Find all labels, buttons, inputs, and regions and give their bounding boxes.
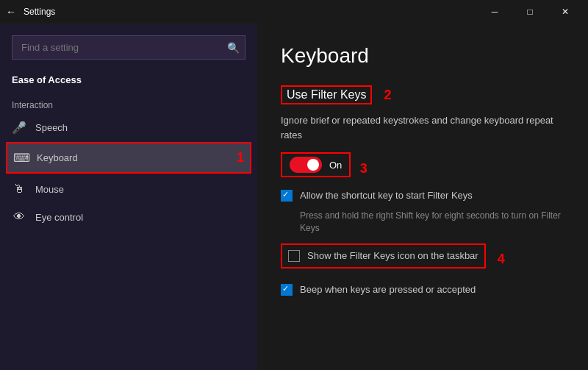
title-bar-title: Settings <box>24 7 478 17</box>
mouse-icon: 🖱 <box>12 182 26 196</box>
toggle-outline-box: On <box>281 152 351 177</box>
eye-control-icon: 👁 <box>12 210 26 224</box>
filter-keys-description: Ignore brief or repeated keystrokes and … <box>281 113 564 142</box>
search-wrapper: 🔍 <box>12 35 245 60</box>
shortcut-label: Allow the shortcut key to start Filter K… <box>300 189 473 202</box>
minimize-button[interactable]: ─ <box>478 0 512 24</box>
shortcut-checkbox[interactable] <box>281 190 293 202</box>
sidebar-item-mouse[interactable]: 🖱 Mouse <box>0 175 257 203</box>
window-controls: ─ □ ✕ <box>478 0 582 24</box>
page-title: Keyboard <box>281 44 564 68</box>
content-area: Keyboard Use Filter Keys 2 Ignore brief … <box>257 24 588 370</box>
sidebar-search: 🔍 <box>12 35 245 60</box>
sidebar-item-speech[interactable]: 🎤 Speech <box>0 113 257 142</box>
keyboard-badge: 1 <box>237 150 250 166</box>
speech-icon: 🎤 <box>12 121 26 135</box>
sidebar-item-label-speech: Speech <box>35 122 68 133</box>
shortcut-description: Press and hold the right Shift key for e… <box>300 210 564 235</box>
title-bar: ← Settings ─ □ ✕ <box>0 0 588 24</box>
toggle-badge: 3 <box>360 161 368 176</box>
sidebar-item-label-eye-control: Eye control <box>35 212 83 223</box>
beep-checkbox[interactable] <box>281 284 293 296</box>
close-button[interactable]: ✕ <box>548 0 582 24</box>
sidebar-item-eye-control[interactable]: 👁 Eye control <box>0 203 257 231</box>
search-input[interactable] <box>12 35 245 60</box>
sidebar-item-label-mouse: Mouse <box>35 184 64 195</box>
filter-keys-badge: 2 <box>384 88 391 103</box>
maximize-button[interactable]: □ <box>513 0 547 24</box>
shortcut-checkbox-row: Allow the shortcut key to start Filter K… <box>281 189 564 202</box>
beep-label: Beep when keys are pressed or accepted <box>300 283 476 296</box>
show-icon-checkbox[interactable] <box>288 250 300 262</box>
filter-keys-toggle[interactable] <box>290 157 322 173</box>
sidebar: 🔍 Ease of Access Interaction 🎤 Speech ⌨ … <box>0 24 257 370</box>
keyboard-icon: ⌨ <box>13 151 28 165</box>
sidebar-sub-title: Interaction <box>0 91 257 113</box>
back-button[interactable]: ← <box>6 6 16 18</box>
use-filter-keys-label: Use Filter Keys <box>281 85 372 104</box>
show-icon-badge: 4 <box>498 252 505 267</box>
keyboard-item-inner: ⌨ Keyboard <box>7 143 232 172</box>
sidebar-section-title: Ease of Access <box>0 68 257 91</box>
show-icon-row-wrapper: Show the Filter Keys icon on the taskbar… <box>281 243 564 276</box>
show-filter-keys-outline-box: Show the Filter Keys icon on the taskbar <box>281 243 486 268</box>
beep-checkbox-row: Beep when keys are pressed or accepted <box>281 283 564 296</box>
sidebar-item-keyboard[interactable]: ⌨ Keyboard 1 <box>6 142 251 174</box>
use-filter-keys-row: Use Filter Keys 2 <box>281 85 564 104</box>
toggle-on-label: On <box>329 160 342 171</box>
search-icon-button[interactable]: 🔍 <box>227 42 240 54</box>
toggle-section: On 3 <box>281 152 564 177</box>
main-container: 🔍 Ease of Access Interaction 🎤 Speech ⌨ … <box>0 24 588 370</box>
sidebar-item-label-keyboard: Keyboard <box>37 152 78 163</box>
show-icon-label: Show the Filter Keys icon on the taskbar <box>307 249 478 263</box>
